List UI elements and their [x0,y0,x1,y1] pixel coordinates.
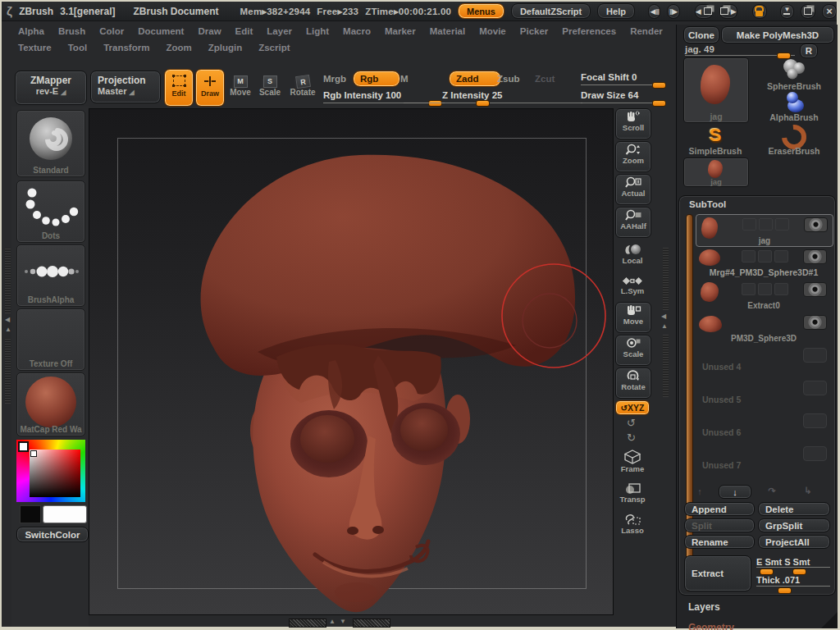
menu-tool[interactable]: Tool [68,43,87,52]
rail-scroll-button[interactable]: Scroll [615,108,651,139]
subtool-row-unused7[interactable]: Unused 7 [696,444,832,475]
rail-aahalf-button[interactable]: AAHalf [615,207,651,238]
simplebrush-item[interactable]: S [683,125,747,146]
switch-color-button[interactable]: SwitchColor [16,527,89,542]
minimize-button[interactable]: ▼ [780,4,795,19]
rotate-button[interactable]: R Rotate [287,72,318,97]
focal-shift-track[interactable] [581,84,663,85]
rail-local-button[interactable]: Local [615,241,650,265]
rail-lsym-button[interactable]: L.Sym [615,274,650,295]
visibility-eye-icon[interactable] [803,315,827,330]
menu-layer[interactable]: Layer [267,26,292,36]
draw-button[interactable]: Draw [195,69,225,107]
restore-button[interactable] [801,4,815,19]
main-color-swatch[interactable] [43,505,87,523]
menu-edit[interactable]: Edit [235,26,253,36]
z-intensity-knob[interactable] [476,100,490,107]
menu-preferences[interactable]: Preferences [562,26,616,36]
rail-move-button[interactable]: Move [615,302,651,333]
projection-master-button[interactable]: Projection Master ◢ [90,71,161,103]
subtool-duplicate-button[interactable]: ↷ [756,485,788,497]
make-polymesh3d-button[interactable]: Make PolyMesh3D [721,26,834,43]
default-zscript-button[interactable]: DefaultZScript [511,3,591,19]
eraserbrush-item[interactable] [756,125,833,146]
canvas-hscroll-right[interactable] [353,619,390,628]
zsub-toggle[interactable]: Zsub [497,74,519,84]
rotate-z-axis-icon[interactable]: ↻ [627,431,636,444]
menu-document[interactable]: Document [138,26,184,36]
visibility-eye-icon[interactable] [804,217,828,232]
split-button[interactable]: Split [684,518,755,532]
color-picker-sv[interactable] [30,450,80,497]
menu-brush[interactable]: Brush [58,26,85,36]
rgb-toggle[interactable]: Rgb [353,71,400,87]
sv-selector[interactable] [30,450,37,457]
menu-transform[interactable]: Transform [103,43,149,52]
panel-collapse-left-icon[interactable]: ◀ [661,313,666,320]
thick-track[interactable] [756,586,830,587]
move-button[interactable]: M Move [226,72,254,97]
prev-document-button[interactable]: ◀ [695,4,713,19]
secondary-color-swatch[interactable] [20,505,41,523]
close-button[interactable]: × [822,4,837,19]
subtool-move-down-button[interactable]: ↓ [719,485,751,499]
canvas-scroll-up-icon[interactable]: ▲ [329,619,336,625]
smt-track[interactable] [756,567,830,568]
thick-knob[interactable] [778,587,792,594]
rename-button[interactable]: Rename [684,535,755,549]
next-document-button[interactable]: ▶ [719,4,737,19]
menu-movie[interactable]: Movie [479,26,506,36]
grpsplit-button[interactable]: GrpSplit [758,518,830,532]
color-picker-hue[interactable] [16,440,85,502]
rail-xyz-button[interactable]: ↺XYZ [615,400,650,415]
menu-light[interactable]: Light [306,26,329,36]
edit-button[interactable]: Edit [164,69,194,107]
layers-section-header[interactable]: Layers [688,601,720,613]
m-toggle[interactable]: M [400,74,409,84]
menu-material[interactable]: Material [430,26,465,36]
rail-transp-button[interactable]: Transp [615,481,650,504]
delete-button[interactable]: Delete [758,502,830,516]
menu-marker[interactable]: Marker [385,26,416,36]
rotate-y-axis-icon[interactable]: ↺ [627,417,636,429]
subtool-row-extract0[interactable]: Extract0 [696,280,832,311]
canvas-scroll-down-icon[interactable]: ▼ [340,619,346,625]
menu-macro[interactable]: Macro [343,26,371,36]
document-canvas[interactable] [89,108,614,615]
menu-draw[interactable]: Draw [198,26,221,36]
rgb-intensity-knob[interactable] [428,100,442,107]
mrgb-toggle[interactable]: Mrgb [323,74,346,84]
scale-button[interactable]: S Scale [256,72,284,97]
canvas-hscroll-left[interactable] [289,619,326,628]
help-button[interactable]: Help [597,3,635,19]
subtool-row-unused5[interactable]: Unused 5 [696,378,832,409]
active-tool-thumbnail[interactable]: jag [683,57,749,123]
menus-button[interactable]: Menus [458,3,504,19]
subtool-row-mrg4[interactable]: Mrg#4_PM3D_Sphere3D#1 [696,247,832,278]
scroll-palette-right-button[interactable]: ||||▶ [667,4,679,19]
geometry-section-header[interactable]: Geometry [688,622,734,630]
subtool-move-up-button[interactable]: ↑ [684,485,715,497]
recent-tool-thumbnail[interactable]: jag [683,158,749,187]
visibility-eye-icon[interactable] [803,249,827,264]
tray-collapse-up-icon[interactable]: ▲ [5,326,11,333]
rail-scale-button[interactable]: Scale [615,335,651,366]
projectall-button[interactable]: ProjectAll [758,535,830,549]
left-edge-scrollbar-lower[interactable] [5,338,11,404]
draw-size-knob[interactable] [652,100,666,107]
tray-item-dots-stroke[interactable]: Dots [16,180,85,243]
menu-texture[interactable]: Texture [18,43,52,52]
visibility-eye-icon[interactable] [803,282,827,297]
extract-button[interactable]: Extract [684,555,751,591]
ssmt-knob[interactable] [792,568,806,575]
clone-button[interactable]: Clone [683,26,719,43]
esmt-knob[interactable] [760,568,774,575]
subtool-row-jag[interactable]: jag [696,214,833,247]
rail-frame-button[interactable]: Frame [615,448,650,473]
zcut-toggle[interactable]: Zcut [535,74,555,84]
subtool-insert-button[interactable]: ↳ [792,485,824,497]
subtool-row-pm3d-sphere[interactable]: PM3D_Sphere3D [696,313,832,344]
scroll-palette-left-button[interactable]: ◀|||| [648,4,660,19]
subtool-row-unused4[interactable]: Unused 4 [696,345,832,377]
menu-color[interactable]: Color [99,26,124,36]
